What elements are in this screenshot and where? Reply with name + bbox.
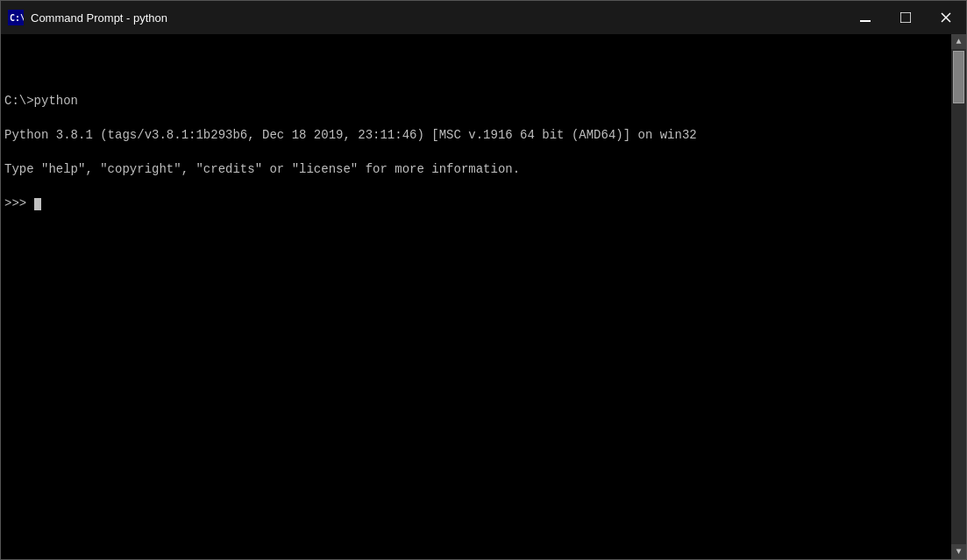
close-button[interactable] [926,1,966,34]
scroll-up-button[interactable]: ▲ [951,34,966,49]
cmd-icon: C:\ [8,10,24,25]
console-area[interactable]: C:\>python Python 3.8.1 (tags/v3.8.1:1b2… [1,34,966,559]
console-line-4: >>> [4,195,948,213]
svg-rect-3 [900,12,911,23]
command-prompt-window: C:\ Command Prompt - python [0,0,967,560]
cursor-blink [34,198,41,210]
console-line-blank [4,59,948,76]
minimize-button[interactable] [845,1,885,34]
scroll-thumb[interactable] [953,51,964,103]
console-line-1: C:\>python [4,93,948,110]
console-line-3: Type "help", "copyright", "credits" or "… [4,161,948,179]
title-bar: C:\ Command Prompt - python [1,1,966,34]
maximize-button[interactable] [885,1,926,34]
scroll-down-button[interactable]: ▼ [951,544,966,559]
scrollbar: ▲ ▼ [951,34,966,559]
svg-rect-2 [860,20,871,22]
scroll-track[interactable] [951,49,966,544]
console-line-2: Python 3.8.1 (tags/v3.8.1:1b293b6, Dec 1… [4,127,948,145]
title-bar-left: C:\ Command Prompt - python [8,10,167,25]
window-title: Command Prompt - python [31,11,167,25]
title-bar-controls [845,1,966,34]
console-output[interactable]: C:\>python Python 3.8.1 (tags/v3.8.1:1b2… [1,34,951,559]
svg-text:C:\: C:\ [10,13,24,23]
